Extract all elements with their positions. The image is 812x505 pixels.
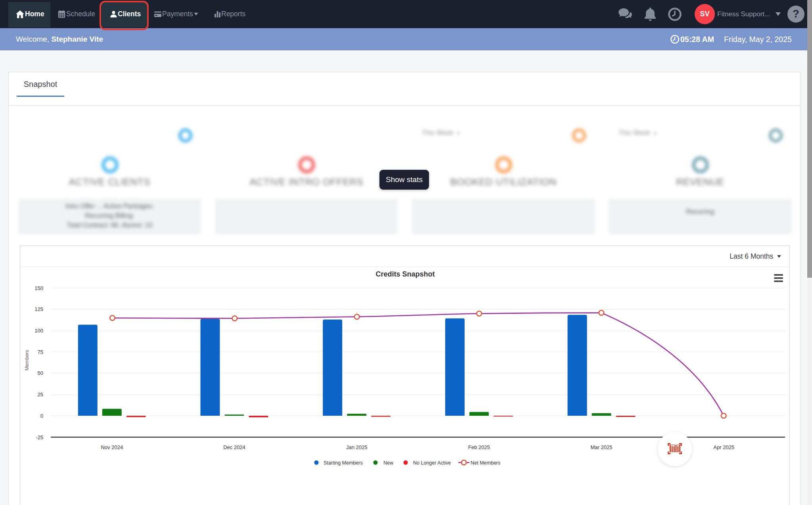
svg-text:125: 125 — [34, 306, 43, 312]
svg-text:Starting Members: Starting Members — [324, 460, 363, 465]
svg-text:Dec 2024: Dec 2024 — [223, 444, 245, 450]
svg-text:150: 150 — [34, 285, 43, 291]
svg-text:0: 0 — [40, 413, 43, 419]
svg-text:No Longer Active: No Longer Active — [413, 460, 451, 465]
svg-text:Nov 2024: Nov 2024 — [101, 444, 123, 450]
svg-text:25: 25 — [38, 391, 43, 397]
svg-text:-25: -25 — [36, 434, 43, 440]
svg-text:Feb 2025: Feb 2025 — [468, 444, 490, 450]
svg-text:Jan 2025: Jan 2025 — [346, 444, 368, 450]
svg-text:Apr 2025: Apr 2025 — [713, 444, 734, 450]
svg-text:75: 75 — [38, 349, 43, 355]
svg-text:Members: Members — [24, 349, 30, 370]
svg-text:Net Members: Net Members — [471, 460, 500, 465]
svg-text:Credits Snapshot: Credits Snapshot — [375, 270, 435, 278]
svg-text:100: 100 — [34, 327, 43, 333]
svg-text:New: New — [383, 460, 394, 465]
svg-text:50: 50 — [38, 370, 43, 376]
svg-text:Mar 2025: Mar 2025 — [591, 444, 613, 450]
